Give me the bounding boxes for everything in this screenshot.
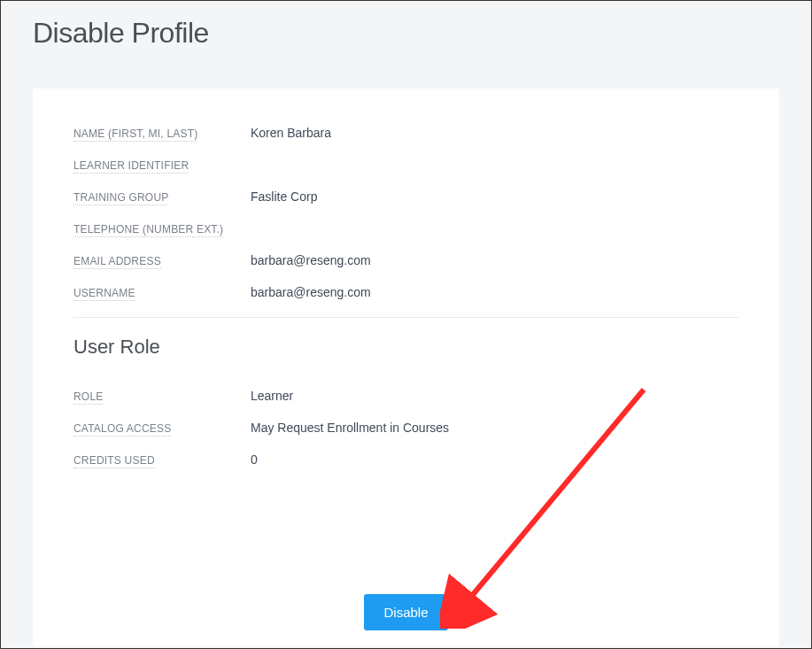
disable-button[interactable]: Disable [364,594,447,630]
field-label: USERNAME [73,287,135,301]
field-label: NAME (FIRST, MI, LAST) [73,127,197,142]
section-divider [73,317,739,318]
field-row-identifier: LEARNER IDENTIFIER [73,158,739,174]
profile-card: NAME (FIRST, MI, LAST) Koren Barbara LEA… [33,89,779,646]
field-row-email: EMAIL ADDRESS barbara@reseng.com [73,253,739,269]
field-row-username: USERNAME barbara@reseng.com [73,285,739,301]
field-row-catalog-access: CATALOG ACCESS May Request Enrollment in… [73,421,739,437]
field-row-training-group: TRAINING GROUP Faslite Corp [73,189,739,205]
field-value: Learner [251,389,293,403]
field-value: 0 [251,452,258,467]
user-role-section-title: User Role [73,336,739,359]
action-bar: Disable [33,594,779,630]
field-value: Faslite Corp [251,189,317,204]
field-value: barbara@reseng.com [251,285,371,299]
field-value: barbara@reseng.com [251,253,371,267]
field-label: ROLE [73,390,103,405]
field-label: CATALOG ACCESS [73,422,171,437]
field-label: TELEPHONE (NUMBER EXT.) [73,223,223,237]
field-row-credits-used: CREDITS USED 0 [73,452,739,468]
field-row-telephone: TELEPHONE (NUMBER EXT.) [73,221,739,237]
field-label: TRAINING GROUP [73,191,168,205]
annotation-arrow-icon [440,381,670,629]
page: Disable Profile NAME (FIRST, MI, LAST) K… [1,1,811,648]
field-value: Koren Barbara [251,126,331,140]
page-title: Disable Profile [33,17,779,50]
field-label: LEARNER IDENTIFIER [73,159,189,174]
field-row-name: NAME (FIRST, MI, LAST) Koren Barbara [73,126,739,142]
field-label: CREDITS USED [73,454,155,468]
field-label: EMAIL ADDRESS [73,255,161,269]
field-row-role: ROLE Learner [73,389,739,405]
field-value: May Request Enrollment in Courses [251,421,449,435]
